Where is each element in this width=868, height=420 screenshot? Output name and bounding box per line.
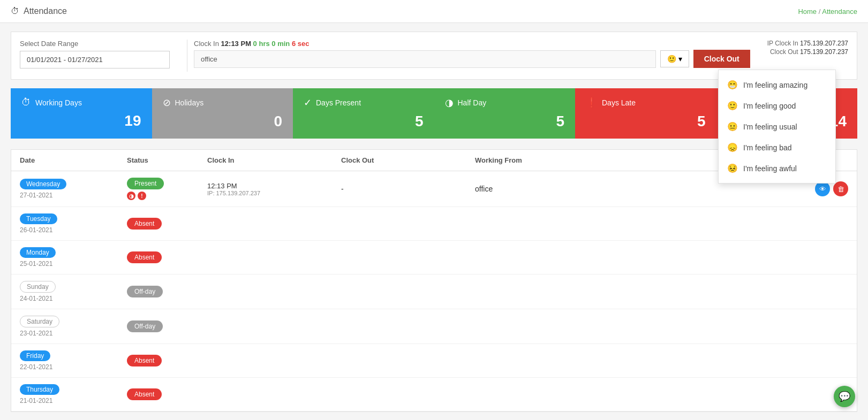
holidays-value: 0	[163, 113, 283, 130]
clock-hrs: 0 hrs	[253, 40, 270, 48]
app-title: Attendance	[24, 6, 67, 16]
working-days-value: 19	[21, 112, 141, 129]
floating-chat-button[interactable]: 💬	[834, 386, 855, 407]
half-day-label: Half Day	[458, 98, 487, 107]
table-row: Sunday 24-01-2021 Off-day	[11, 274, 857, 309]
date-sub: 24-01-2021	[20, 295, 127, 302]
bad-emoji: 😞	[727, 142, 738, 152]
date-sub: 23-01-2021	[20, 330, 127, 337]
stat-card-half-day: ◑ Half Day 5	[434, 88, 576, 139]
mood-item-good[interactable]: 🙂 I'm feeling good	[719, 95, 835, 116]
col-clock-out: Clock Out	[341, 156, 475, 164]
table-row: Thursday 21-01-2021 Absent	[11, 378, 857, 411]
days-late-value: 5	[586, 113, 706, 130]
clock-time-line: Clock In 12:13 PM 0 hrs 0 min 6 sec	[194, 40, 750, 48]
dropdown-arrow: ▾	[678, 55, 682, 63]
day-badge: Friday	[20, 350, 50, 361]
days-late-icon: ❗	[586, 97, 598, 109]
status-badge: Off-day	[127, 286, 163, 297]
stat-card-days-late: ❗ Days Late 5	[575, 88, 716, 139]
good-emoji: 🙂	[727, 101, 738, 111]
ip-out-value: 175.139.207.237	[800, 48, 848, 56]
row-clock-out-col: -	[341, 185, 475, 193]
delete-button[interactable]: 🗑	[833, 181, 848, 196]
ip-in-value: 175.139.207.237	[800, 40, 848, 47]
col-clock-in: Clock In	[207, 156, 341, 164]
usual-label: I'm feeling usual	[743, 123, 797, 131]
awful-emoji: 😣	[727, 163, 738, 173]
date-sub: 21-01-2021	[20, 397, 127, 404]
date-sub: 22-01-2021	[20, 363, 127, 371]
breadcrumb-home[interactable]: Home	[798, 7, 817, 16]
row-date-col: Wednesday 27-01-2021	[20, 179, 127, 199]
working-days-icon: ⏱	[21, 97, 31, 108]
date-range-section: Select Date Range	[20, 40, 180, 68]
date-range-label: Select Date Range	[20, 40, 180, 48]
mood-item-amazing[interactable]: 😁 I'm feeling amazing	[719, 74, 835, 95]
bad-label: I'm feeling bad	[743, 143, 792, 152]
half-day-status-icon: ◑	[127, 192, 135, 200]
smiley-icon: 🙂	[667, 55, 676, 63]
status-badge: Absent	[127, 355, 162, 366]
day-badge: Sunday	[20, 281, 56, 293]
status-badge: Absent	[127, 388, 162, 400]
amazing-emoji: 😁	[727, 80, 738, 90]
ip-clock-in-line: IP Clock In 175.139.207.237	[767, 40, 848, 47]
clock-in-val: 12:13 PM	[207, 182, 341, 190]
status-badge: Absent	[127, 251, 162, 263]
status-badge: Present	[127, 178, 164, 189]
date-sub: 25-01-2021	[20, 260, 127, 268]
mood-item-bad[interactable]: 😞 I'm feeling bad	[719, 137, 835, 158]
top-nav: ⏱ Attendance Home / Attendance	[0, 0, 868, 23]
days-present-label: Days Present	[316, 98, 361, 107]
breadcrumb-current[interactable]: Attendance	[822, 7, 857, 16]
date-sub: 26-01-2021	[20, 226, 127, 234]
clock-out-button[interactable]: Clock Out	[693, 50, 750, 68]
late-status-icon: !	[138, 192, 146, 200]
days-present-value: 5	[304, 113, 424, 130]
attendance-table: Date Status Clock In Clock Out Working F…	[11, 149, 857, 412]
view-button[interactable]: 👁	[815, 181, 830, 196]
stat-card-holidays: ⊘ Holidays 0	[152, 88, 293, 139]
status-badge: Off-day	[127, 320, 163, 332]
mood-item-awful[interactable]: 😣 I'm feeling awful	[719, 158, 835, 179]
mood-item-usual[interactable]: 😐 I'm feeling usual	[719, 116, 835, 137]
mood-button[interactable]: 🙂 ▾	[660, 50, 689, 67]
clock-in-time: 12:13 PM	[221, 40, 251, 48]
table-row: Tuesday 26-01-2021 Absent	[11, 207, 857, 241]
ip-label: IP Clock In	[767, 40, 798, 47]
day-badge: Monday	[20, 247, 56, 258]
breadcrumb-sep: /	[819, 7, 821, 16]
row-working-from-col: office	[475, 185, 784, 193]
day-badge: Saturday	[20, 316, 59, 327]
holidays-icon: ⊘	[163, 97, 171, 109]
half-day-icon: ◑	[445, 97, 454, 109]
location-input[interactable]	[194, 50, 656, 68]
awful-label: I'm feeling awful	[743, 164, 797, 173]
table-row: Saturday 23-01-2021 Off-day	[11, 309, 857, 344]
table-row: Friday 22-01-2021 Absent	[11, 344, 857, 378]
row-status-col: Present ◑ !	[127, 178, 207, 200]
clock-sec: 6 sec	[292, 40, 310, 48]
half-day-value: 5	[445, 113, 565, 130]
amazing-label: I'm feeling amazing	[743, 81, 807, 89]
clock-input-row: 🙂 ▾ Clock Out	[194, 50, 750, 68]
row-clock-in-col: 12:13 PM IP: 175.139.207.237	[207, 182, 341, 196]
breadcrumb: Home / Attendance	[798, 7, 857, 16]
col-status: Status	[127, 156, 207, 164]
mood-dropdown: 😁 I'm feeling amazing 🙂 I'm feeling good…	[718, 70, 836, 184]
ip-section: IP Clock In 175.139.207.237 Clock Out 17…	[757, 40, 848, 56]
chat-icon: 💬	[839, 391, 850, 402]
table-row: Monday 25-01-2021 Absent	[11, 241, 857, 274]
working-days-label: Working Days	[35, 98, 82, 107]
holidays-label: Holidays	[175, 98, 204, 107]
clock-icon: ⏱	[11, 6, 19, 16]
usual-emoji: 😐	[727, 121, 738, 132]
stat-card-working-days: ⏱ Working Days 19	[11, 88, 152, 139]
day-badge: Tuesday	[20, 213, 57, 224]
col-date: Date	[20, 156, 127, 164]
date-range-input[interactable]	[20, 51, 170, 68]
day-badge: Wednesday	[20, 179, 66, 189]
clock-in-ip: IP: 175.139.207.237	[207, 190, 341, 196]
ip-clock-out-line: Clock Out 175.139.207.237	[770, 48, 848, 56]
